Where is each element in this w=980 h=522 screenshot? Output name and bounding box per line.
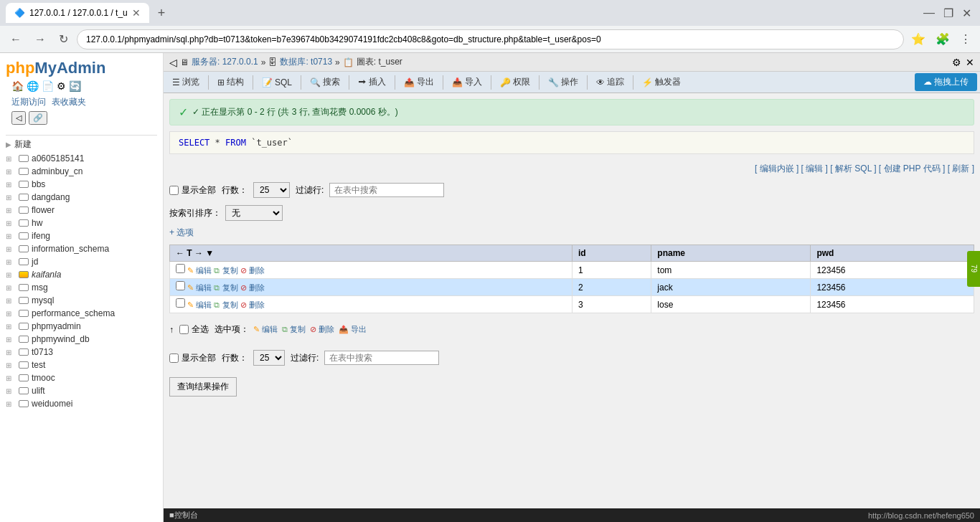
edit-inline-link[interactable]: 编辑内嵌 (760, 163, 794, 174)
delete-btn-1[interactable]: ⊘ 删除 (240, 266, 265, 275)
sidebar-item-kaifanla[interactable]: ⊞ kaifanla (0, 268, 163, 281)
home-icon[interactable]: 🏠 (11, 80, 24, 92)
sidebar-item-msg[interactable]: ⊞ msg (0, 281, 163, 294)
row-actions-1: ✎ 编辑 ⧉ 复制 ⊘ 删除 (170, 262, 573, 279)
sidebar-item-hw[interactable]: ⊞ hw (0, 217, 163, 229)
globe-icon[interactable]: 🌐 (27, 80, 39, 92)
minimize-btn[interactable]: — (920, 4, 938, 23)
toolbar-triggers-btn[interactable]: ⚡ 触发器 (636, 74, 687, 90)
favorites-link[interactable]: 表收藏夹 (52, 96, 86, 108)
options-toggle[interactable]: + 选项 (169, 224, 974, 242)
bottom-delete-btn[interactable]: ⊘ 删除 (310, 324, 334, 335)
sidebar-item-phpmywind_db[interactable]: ⊞ phpmywind_db (0, 333, 163, 346)
bottom-export-btn[interactable]: 📤 导出 (339, 324, 367, 335)
toolbar-insert-btn[interactable]: ⮕ 插入 (352, 74, 392, 90)
bookmark-btn[interactable]: ⭐ (908, 29, 928, 49)
forward-btn[interactable]: → (30, 30, 50, 49)
sidebar-item-phpmyadmin[interactable]: ⊞ phpmyadmin (0, 320, 163, 333)
breadcrumb-server[interactable]: 服务器: 127.0.0.1 (192, 56, 258, 68)
new-tab-button[interactable]: + (152, 6, 171, 21)
back-btn[interactable]: ← (6, 30, 26, 49)
link-btn[interactable]: 🔗 (29, 111, 47, 125)
th-id[interactable]: id (572, 245, 651, 262)
edit-btn-3[interactable]: ✎ 编辑 (187, 300, 214, 309)
rows-bottom-select[interactable]: 25 (253, 350, 285, 366)
collapse-btn[interactable]: ◁ (11, 111, 26, 125)
toolbar-search-btn[interactable]: 🔍 搜索 (304, 74, 346, 90)
menu-btn[interactable]: ⋮ (957, 29, 974, 49)
sort-down-icon[interactable]: ▼ (205, 248, 214, 258)
sidebar-item-mysql[interactable]: ⊞ mysql (0, 294, 163, 307)
sidebar-item-tmooc[interactable]: ⊞ tmooc (0, 371, 163, 384)
toolbar-track-btn[interactable]: 👁 追踪 (590, 74, 630, 90)
filter-bottom-input[interactable] (324, 351, 439, 365)
sidebar-item-ulift[interactable]: ⊞ ulift (0, 384, 163, 397)
settings-icon[interactable]: ⚙ (57, 80, 66, 92)
sort-select[interactable]: 无 (225, 205, 283, 221)
page-icon[interactable]: 📄 (42, 80, 54, 92)
rows-select[interactable]: 25 50 100 (253, 182, 290, 198)
bottom-edit-btn[interactable]: ✎ 编辑 (253, 324, 278, 335)
delete-btn-2[interactable]: ⊘ 删除 (240, 283, 265, 292)
th-pname[interactable]: pname (651, 245, 811, 262)
breadcrumb-db[interactable]: 数据库: t0713 (280, 56, 332, 68)
extensions-btn[interactable]: 🧩 (933, 29, 953, 49)
console-label[interactable]: ■控制台 (169, 510, 198, 521)
show-all-checkbox[interactable] (169, 186, 179, 195)
row-checkbox-1[interactable] (176, 264, 185, 273)
select-all-checkbox[interactable] (179, 325, 189, 334)
sidebar-item-information_schema[interactable]: ⊞ information_schema (0, 242, 163, 255)
toolbar-export-btn[interactable]: 📤 导出 (398, 74, 440, 90)
create-php-link[interactable]: 创建 PHP 代码 (884, 163, 941, 174)
db-name: tmooc (32, 373, 55, 383)
close-btn[interactable]: ✕ (959, 4, 974, 23)
edit-link[interactable]: 编辑 (806, 163, 823, 174)
sidebar-item-performance_schema[interactable]: ⊞ performance_schema (0, 307, 163, 320)
edit-btn-2[interactable]: ✎ 编辑 (187, 283, 214, 292)
toolbar-browse-btn[interactable]: ☰ 浏览 (166, 74, 205, 90)
show-all-bottom-checkbox[interactable] (169, 353, 179, 363)
sidebar-item-bbs[interactable]: ⊞ bbs (0, 178, 163, 191)
refresh-link[interactable]: 刷新 (952, 163, 969, 174)
active-tab[interactable]: 🔷 127.0.0.1 / 127.0.0.1 / t_u ✕ (6, 3, 149, 23)
address-bar[interactable] (77, 29, 904, 49)
toolbar-permissions-btn[interactable]: 🔑 权限 (494, 74, 536, 90)
refresh-icon[interactable]: 🔄 (69, 80, 81, 92)
select-all-label: 全选 (192, 323, 209, 336)
toolbar-structure-btn[interactable]: ⊞ 结构 (212, 74, 250, 90)
sidebar-item-flower[interactable]: ⊞ flower (0, 204, 163, 217)
sidebar-item-weiduomei[interactable]: ⊞ weiduomei (0, 397, 163, 410)
filter-input[interactable] (329, 183, 444, 197)
sidebar-item-t0713[interactable]: ⊞ t0713 (0, 346, 163, 359)
sidebar-toggle-btn[interactable]: ◁ (169, 57, 177, 68)
sidebar-item-new[interactable]: ▶ 新建 (0, 137, 163, 152)
query-result-btn[interactable]: 查询结果操作 (169, 377, 237, 397)
toolbar-import-btn[interactable]: 📥 导入 (446, 74, 488, 90)
sidebar-item-jd[interactable]: ⊞ jd (0, 255, 163, 268)
toolbar-sql-btn[interactable]: 📝 SQL (256, 75, 298, 90)
copy-btn-1[interactable]: ⧉ 复制 (214, 266, 240, 275)
row-checkbox-2[interactable] (176, 281, 185, 290)
tab-close-btn[interactable]: ✕ (132, 7, 141, 19)
sidebar-item-a0605185141[interactable]: ⊞ a0605185141 (0, 152, 163, 165)
sidebar-item-ifeng[interactable]: ⊞ ifeng (0, 229, 163, 242)
bottom-copy-label: 复制 (290, 325, 306, 333)
settings-gear-icon[interactable]: ⚙ (952, 57, 961, 68)
refresh-btn[interactable]: ↻ (55, 29, 72, 49)
maximize-btn[interactable]: ❐ (941, 4, 956, 23)
th-pwd[interactable]: pwd (811, 245, 974, 262)
sidebar-item-adminbuy_cn[interactable]: ⊞ adminbuy_cn (0, 165, 163, 178)
bottom-copy-btn[interactable]: ⧉ 复制 (282, 324, 306, 335)
parse-sql-link[interactable]: 解析 SQL (835, 163, 872, 174)
toolbar-operations-btn[interactable]: 🔧 操作 (542, 74, 584, 90)
sidebar-item-test[interactable]: ⊞ test (0, 359, 163, 371)
delete-btn-3[interactable]: ⊘ 删除 (240, 300, 265, 309)
upload-btn[interactable]: ☁ 拖拽上传 (915, 73, 977, 91)
close-pma-icon[interactable]: ✕ (966, 57, 974, 68)
copy-btn-2[interactable]: ⧉ 复制 (214, 283, 240, 292)
edit-btn-1[interactable]: ✎ 编辑 (187, 266, 214, 275)
copy-btn-3[interactable]: ⧉ 复制 (214, 300, 240, 309)
sidebar-item-dangdang[interactable]: ⊞ dangdang (0, 191, 163, 204)
row-checkbox-3[interactable] (176, 298, 185, 308)
recent-link[interactable]: 近期访问 (11, 96, 46, 108)
